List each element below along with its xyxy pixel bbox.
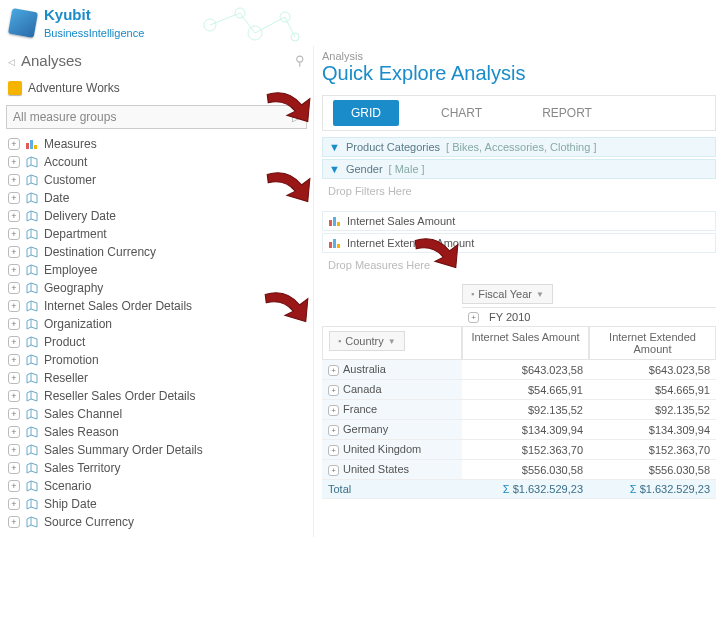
tree-item[interactable]: +Scenario [6, 477, 307, 495]
expand-icon[interactable]: + [8, 462, 20, 474]
dimension-icon [26, 480, 38, 492]
drop-filters-hint[interactable]: Drop Filters Here [322, 181, 716, 201]
expand-icon[interactable]: + [468, 312, 479, 323]
column-dimension-chip[interactable]: ▪ Fiscal Year ▼ [462, 284, 553, 304]
expand-icon[interactable]: + [8, 264, 20, 276]
tree-item-label: Promotion [44, 353, 99, 367]
table-row[interactable]: +United Kingdom$152.363,70$152.363,70 [322, 440, 716, 460]
expand-icon[interactable]: + [8, 372, 20, 384]
expand-icon[interactable]: + [8, 174, 20, 186]
row-label: France [343, 403, 377, 415]
expand-icon[interactable]: + [8, 246, 20, 258]
expand-icon[interactable]: + [328, 425, 339, 436]
sidebar-title: Analyses [21, 52, 82, 69]
dimension-icon [26, 210, 38, 222]
dimension-icon [26, 300, 38, 312]
expand-icon[interactable]: + [8, 210, 20, 222]
tree-item[interactable]: +Ship Date [6, 495, 307, 513]
dimension-icon [26, 282, 38, 294]
tree-item[interactable]: +Promotion [6, 351, 307, 369]
expand-icon[interactable]: + [8, 156, 20, 168]
tree-item[interactable]: +Delivery Date [6, 207, 307, 225]
table-row[interactable]: +Australia$643.023,58$643.023,58 [322, 360, 716, 380]
expand-icon[interactable]: + [8, 498, 20, 510]
dimension-icon [26, 462, 38, 474]
dimension-icon [26, 228, 38, 240]
filter-chip[interactable]: ▼Gender [ Male ] [322, 159, 716, 179]
expand-icon[interactable]: + [8, 426, 20, 438]
tree-item[interactable]: +Destination Currency [6, 243, 307, 261]
page-title: Quick Explore Analysis [322, 62, 716, 85]
expand-icon[interactable]: + [328, 405, 339, 416]
cube-name: Adventure Works [28, 81, 120, 95]
expand-icon[interactable]: + [8, 318, 20, 330]
tree-item[interactable]: +Reseller Sales Order Details [6, 387, 307, 405]
column-header-2: Internet Extended Amount [589, 326, 716, 360]
tab-grid[interactable]: GRID [333, 100, 399, 126]
table-row[interactable]: +France$92.135,52$92.135,52 [322, 400, 716, 420]
tree-item[interactable]: +Source Currency [6, 513, 307, 531]
expand-icon[interactable]: + [8, 480, 20, 492]
filter-name: Gender [346, 163, 383, 175]
tab-chart[interactable]: CHART [423, 100, 500, 126]
expand-icon[interactable]: + [8, 300, 20, 312]
table-row[interactable]: +Germany$134.309,94$134.309,94 [322, 420, 716, 440]
row-dimension-chip[interactable]: ▪ Country ▼ [329, 331, 405, 351]
drop-measures-hint[interactable]: Drop Measures Here [322, 255, 716, 275]
chevron-down-icon: ▼ [536, 290, 544, 299]
tree-item[interactable]: +Sales Channel [6, 405, 307, 423]
expand-icon[interactable]: + [8, 390, 20, 402]
tab-report[interactable]: REPORT [524, 100, 610, 126]
expand-icon[interactable]: + [8, 228, 20, 240]
svg-line-7 [255, 17, 285, 33]
tree-item-label: Sales Territory [44, 461, 120, 475]
cell-value: $92.135,52 [589, 400, 716, 420]
svg-line-8 [285, 17, 295, 37]
tree-item[interactable]: +Reseller [6, 369, 307, 387]
tree-item[interactable]: +Product [6, 333, 307, 351]
expand-icon[interactable]: + [8, 444, 20, 456]
tree-item-label: Destination Currency [44, 245, 156, 259]
cell-value: $134.309,94 [462, 420, 589, 440]
expand-icon[interactable]: + [8, 336, 20, 348]
tree-item-label: Geography [44, 281, 103, 295]
table-row[interactable]: +United States$556.030,58$556.030,58 [322, 460, 716, 480]
filter-chip[interactable]: ▼Product Categories [ Bikes, Accessories… [322, 137, 716, 157]
total-row: TotalΣ $1.632.529,23Σ $1.632.529,23 [322, 480, 716, 499]
measure-chip[interactable]: Internet Extended Amount [322, 233, 716, 253]
measure-chip[interactable]: Internet Sales Amount [322, 211, 716, 231]
expand-icon[interactable]: + [328, 365, 339, 376]
expand-icon[interactable]: + [328, 465, 339, 476]
expand-icon[interactable]: + [328, 445, 339, 456]
cell-value: $152.363,70 [462, 440, 589, 460]
tree-item[interactable]: +Sales Reason [6, 423, 307, 441]
tree-item[interactable]: +Employee [6, 261, 307, 279]
cell-value: $643.023,58 [589, 360, 716, 380]
pin-icon[interactable]: ⚲ [295, 53, 305, 68]
tree-item[interactable]: +Sales Summary Order Details [6, 441, 307, 459]
column-member[interactable]: + FY 2010 [462, 307, 716, 326]
expand-icon[interactable]: + [8, 354, 20, 366]
expand-icon[interactable]: + [8, 282, 20, 294]
filter-icon: ▼ [329, 163, 340, 175]
expand-icon[interactable]: + [8, 138, 20, 150]
tree-item-label: Account [44, 155, 87, 169]
cell-value: $556.030,58 [589, 460, 716, 480]
expand-icon[interactable]: + [8, 516, 20, 528]
tree-item[interactable]: +Sales Territory [6, 459, 307, 477]
tree-item-label: Employee [44, 263, 97, 277]
cube-icon [8, 81, 22, 95]
table-row[interactable]: +Canada$54.665,91$54.665,91 [322, 380, 716, 400]
chevron-down-icon: ▼ [388, 337, 396, 346]
tree-item[interactable]: +Measures [6, 135, 307, 153]
expand-icon[interactable]: + [8, 192, 20, 204]
annotation-arrow-icon [262, 86, 314, 128]
cell-value: $152.363,70 [589, 440, 716, 460]
collapse-sidebar-icon[interactable] [8, 54, 19, 68]
tree-item-label: Organization [44, 317, 112, 331]
tree-item-label: Reseller [44, 371, 88, 385]
row-label: Canada [343, 383, 382, 395]
expand-icon[interactable]: + [328, 385, 339, 396]
tree-item[interactable]: +Department [6, 225, 307, 243]
expand-icon[interactable]: + [8, 408, 20, 420]
